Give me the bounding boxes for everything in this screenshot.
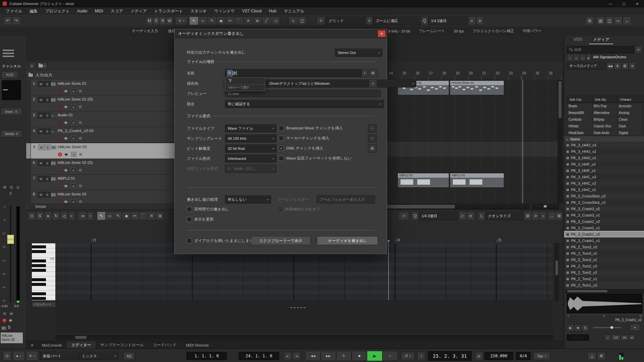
lower-zone-toggle-icon[interactable]: ◫ — [605, 16, 614, 25]
menu-item[interactable]: MIDI — [91, 7, 107, 15]
media-file-row[interactable]: ▦PK_3_HHO_v2 — [564, 148, 644, 155]
record-arm-button[interactable] — [58, 121, 62, 125]
length-quantize-select[interactable]: クオンタイズ — [485, 212, 529, 220]
preset-button[interactable]: H.02 — [1, 71, 18, 78]
window-grip-icon[interactable] — [3, 50, 14, 59]
range-selection-tool[interactable]: ▭ — [198, 16, 208, 25]
track-drag-handle[interactable] — [26, 80, 31, 95]
channel-mute-button[interactable]: M — [2, 184, 8, 190]
category-item[interactable]: Cymbals — [567, 117, 592, 123]
editor-zoom-tool[interactable]: ⊕ — [156, 212, 164, 220]
media-file-row[interactable]: ▦PK_2_Tom2_v1 — [564, 276, 644, 282]
editor-glue-tool[interactable]: ⌒ — [139, 212, 148, 220]
snap-toggle-icon[interactable]: ✛ — [317, 16, 325, 25]
record-mode-button[interactable]: ● ▼ — [13, 351, 25, 361]
track-visibility-button[interactable]: ▼ — [37, 63, 47, 69]
back-icon[interactable]: ← — [567, 54, 573, 61]
track-drag-handle[interactable] — [26, 143, 31, 159]
stop-button[interactable]: ■ — [352, 351, 367, 361]
aq-button[interactable]: AQ — [123, 352, 135, 360]
media-file-row[interactable]: ▦PK_3_Crash2_v2 — [564, 218, 644, 225]
feedback-tool-icon[interactable]: ✛▼ — [175, 16, 188, 25]
fader-handle[interactable] — [7, 235, 14, 244]
acoustic-feedback-icon[interactable]: ◁ — [60, 212, 68, 220]
dialog-close-icon[interactable]: ✕ — [378, 30, 386, 37]
edit-channel-button[interactable]: e — [71, 168, 76, 173]
category-item[interactable]: Classic Roc — [592, 123, 617, 130]
track-mute-button[interactable]: M — [38, 192, 44, 197]
home-icon[interactable]: ⌂ — [573, 54, 580, 61]
editor-quantize-icon[interactable]: Q — [412, 212, 419, 220]
punch-in-icon[interactable]: ⇤ — [284, 352, 292, 360]
track-row[interactable]: 6MSHALion Sonic 02 (D)e⊞ — [26, 159, 179, 175]
channel-tab-label[interactable]: チャンネル — [2, 64, 21, 69]
track-drag-handle[interactable] — [26, 175, 31, 190]
zoom-preset-icon[interactable]: # — [366, 16, 373, 25]
menu-item[interactable]: トランスポート — [151, 7, 187, 15]
track-row[interactable]: 5MSHALion Sonic 02e⊞ — [26, 143, 179, 159]
quantize-panel-icon[interactable]: e — [476, 16, 484, 25]
media-type-select[interactable]: すべてのメディア — [567, 62, 611, 70]
sends-section-button[interactable]: Sends ⊞ — [1, 130, 22, 137]
piano-black-key[interactable] — [32, 297, 46, 300]
after-export-select[interactable]: 何もしない — [225, 195, 271, 203]
record-arm-button[interactable] — [58, 184, 62, 188]
media-file-row[interactable]: ▦PK_3_HHF_v1 — [564, 167, 644, 174]
menu-item[interactable]: メディア — [127, 7, 151, 15]
preview-stop-icon[interactable]: ■ — [574, 324, 582, 331]
media-file-row[interactable]: ▦PK_3_Crash3_v2 — [564, 205, 644, 212]
piano-black-key[interactable] — [32, 278, 46, 281]
piano-black-key[interactable] — [32, 292, 46, 295]
velocity-lane-label[interactable]: ベロシティー — [32, 302, 57, 307]
menu-item[interactable]: プロジェクト — [41, 7, 73, 15]
category-item[interactable]: HiHats — [567, 123, 592, 130]
maximize-button[interactable]: ▢ — [617, 0, 631, 7]
editor-hscrollbar[interactable] — [55, 335, 553, 340]
track-solo-button[interactable]: S — [44, 160, 50, 166]
timeline-vscrollbar[interactable] — [558, 80, 562, 204]
monitor-button[interactable] — [64, 184, 68, 188]
edit-channel-button[interactable]: e — [71, 152, 76, 157]
category-item[interactable]: Clean — [618, 117, 642, 123]
ime-suggestion-item[interactable]: 下 — [225, 77, 265, 84]
breadcrumb[interactable]: AM SignatureDrums — [593, 55, 626, 59]
channel-edit-button[interactable]: e — [15, 184, 21, 190]
track-solo-button[interactable]: S — [44, 128, 50, 134]
read-all-button[interactable]: R — [159, 16, 166, 25]
marker-checkbox[interactable] — [279, 136, 284, 141]
media-file-row[interactable]: ▦PK_2_Tom3_v3 — [564, 244, 644, 250]
media-file-row[interactable]: ▦PK_2_Tom3_v1 — [564, 256, 644, 263]
ixml-checkbox[interactable] — [279, 146, 284, 151]
fileformat-select[interactable]: Interleaved — [225, 155, 276, 163]
editor-mute-tool[interactable]: ✕ — [147, 212, 156, 220]
waveext-checkbox-row[interactable]: Wave 拡張フォーマットを使用しない — [279, 156, 352, 161]
channel-monitor-button[interactable] — [9, 319, 13, 322]
menu-item[interactable]: スコア — [107, 7, 127, 15]
editor-range-tool[interactable]: ▭ — [105, 212, 114, 220]
editor-pointer-tool[interactable]: ↖ — [97, 212, 106, 220]
editor-setup-icon[interactable]: ⊠ — [555, 212, 563, 220]
info-item[interactable]: 8 kHz - 16 bit — [388, 29, 410, 33]
menu-item[interactable]: VST Cloud — [238, 7, 265, 15]
path-arrow-icon[interactable]: ▸ — [586, 54, 591, 61]
media-file-row[interactable]: ▦PK_3_Crash2_v1 — [564, 225, 644, 231]
close-button[interactable]: ✕ — [631, 0, 644, 7]
media-file-row[interactable]: ▦PK_3_CrossStick_v2 — [564, 193, 644, 199]
auto-play-icon[interactable]: ▸ — [630, 324, 640, 331]
category-item[interactable]: Beats — [567, 103, 592, 110]
monitor-button[interactable] — [65, 153, 68, 156]
event-list-icon[interactable]: ≡ — [532, 212, 540, 220]
track-row[interactable]: 7MSABPL2 01e⊞ — [26, 175, 179, 190]
record-arm-button[interactable] — [58, 89, 62, 93]
menu-item[interactable]: ウィンドウ — [211, 7, 238, 15]
line-tool[interactable]: ╱ — [262, 16, 271, 25]
piano-black-key[interactable] — [32, 250, 46, 253]
info-item[interactable]: フレームレート — [419, 28, 445, 34]
zone-tab[interactable]: MIDI Remote — [181, 341, 214, 349]
show-in-explorer-button[interactable]: エクスプローラーで表示 — [251, 236, 311, 245]
media-hscroll-thumb[interactable] — [567, 290, 607, 292]
eraser-tool[interactable]: ◆ — [216, 16, 226, 25]
preview-volume-slider[interactable] — [593, 327, 621, 328]
automation-write-button[interactable]: W — [8, 311, 14, 316]
zone-tab[interactable]: MixConsole — [37, 341, 67, 349]
